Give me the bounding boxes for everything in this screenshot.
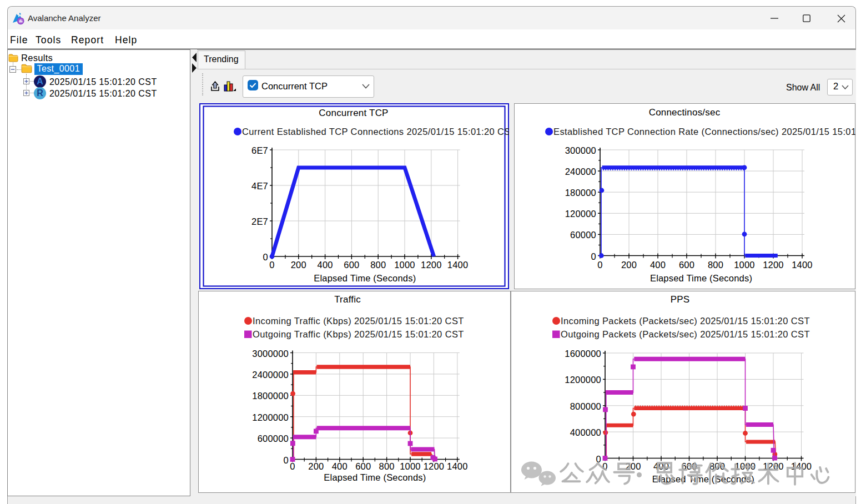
svg-text:1000: 1000 bbox=[394, 260, 415, 270]
svg-text:3000000: 3000000 bbox=[252, 349, 289, 359]
svg-text:Traffic: Traffic bbox=[334, 294, 361, 305]
svg-text:800: 800 bbox=[708, 260, 723, 270]
svg-text:240000: 240000 bbox=[565, 167, 596, 177]
svg-text:200: 200 bbox=[308, 461, 324, 471]
svg-text:120000: 120000 bbox=[565, 209, 596, 219]
svg-text:Outgoing Packets (Packets/sec): Outgoing Packets (Packets/sec) 2025/01/1… bbox=[561, 329, 810, 339]
svg-text:600: 600 bbox=[355, 461, 371, 471]
svg-text:1200000: 1200000 bbox=[252, 412, 289, 422]
svg-text:60000: 60000 bbox=[570, 230, 596, 240]
svg-text:0: 0 bbox=[269, 260, 274, 270]
svg-text:0: 0 bbox=[290, 461, 295, 471]
svg-text:600: 600 bbox=[344, 260, 359, 270]
svg-text:Elapsed Time (Seconds): Elapsed Time (Seconds) bbox=[650, 273, 752, 283]
svg-text:1400: 1400 bbox=[447, 461, 468, 471]
svg-text:300000: 300000 bbox=[565, 145, 596, 155]
svg-text:Elapsed Time (Seconds): Elapsed Time (Seconds) bbox=[324, 472, 426, 482]
svg-text:1400: 1400 bbox=[447, 260, 469, 270]
svg-text:1400: 1400 bbox=[792, 260, 813, 270]
svg-text:Outgoing Traffic (Kbps) 2025/0: Outgoing Traffic (Kbps) 2025/01/15 15:01… bbox=[253, 329, 464, 339]
svg-text:600000: 600000 bbox=[258, 434, 289, 443]
svg-text:800: 800 bbox=[370, 260, 386, 270]
svg-text:0: 0 bbox=[284, 455, 289, 465]
svg-text:400: 400 bbox=[650, 260, 666, 270]
svg-text:1200: 1200 bbox=[421, 260, 442, 270]
svg-text:600: 600 bbox=[679, 260, 694, 270]
svg-text:1000: 1000 bbox=[734, 260, 755, 270]
svg-text:200: 200 bbox=[291, 260, 306, 270]
svg-text:4E7: 4E7 bbox=[251, 181, 268, 191]
svg-text:1200: 1200 bbox=[424, 461, 445, 471]
svg-text:Elapsed Time (Seconds): Elapsed Time (Seconds) bbox=[314, 273, 416, 283]
svg-text:400: 400 bbox=[318, 260, 333, 270]
svg-text:400000: 400000 bbox=[570, 427, 601, 437]
svg-text:180000: 180000 bbox=[565, 188, 596, 198]
svg-text:6E7: 6E7 bbox=[251, 145, 268, 155]
svg-text:1200: 1200 bbox=[763, 260, 784, 270]
svg-text:800000: 800000 bbox=[570, 401, 601, 411]
svg-text:2400000: 2400000 bbox=[252, 370, 289, 380]
svg-text:Established TCP Connection Rat: Established TCP Connection Rate (Connect… bbox=[553, 127, 855, 137]
svg-text:1000: 1000 bbox=[400, 461, 421, 471]
svg-text:1800000: 1800000 bbox=[252, 391, 289, 401]
svg-text:Concurrent TCP: Concurrent TCP bbox=[319, 108, 388, 118]
svg-text:2E7: 2E7 bbox=[251, 216, 268, 226]
svg-text:400: 400 bbox=[332, 461, 348, 471]
svg-text:Current Established TCP Connec: Current Established TCP Connections 2025… bbox=[242, 127, 509, 137]
svg-text:1200000: 1200000 bbox=[565, 375, 601, 385]
svg-text:800: 800 bbox=[379, 461, 395, 471]
svg-text:0: 0 bbox=[591, 251, 596, 261]
svg-text:Incoming Packets (Packets/sec): Incoming Packets (Packets/sec) 2025/01/1… bbox=[561, 316, 810, 326]
svg-text:1600000: 1600000 bbox=[565, 349, 601, 359]
svg-text:PPS: PPS bbox=[671, 294, 690, 305]
svg-text:200: 200 bbox=[621, 260, 637, 270]
svg-text:Connectinos/sec: Connectinos/sec bbox=[649, 107, 721, 118]
svg-text:0: 0 bbox=[597, 260, 602, 270]
svg-text:0: 0 bbox=[263, 252, 268, 262]
svg-text:Incoming Traffic (Kbps) 2025/0: Incoming Traffic (Kbps) 2025/01/15 15:01… bbox=[253, 316, 464, 326]
